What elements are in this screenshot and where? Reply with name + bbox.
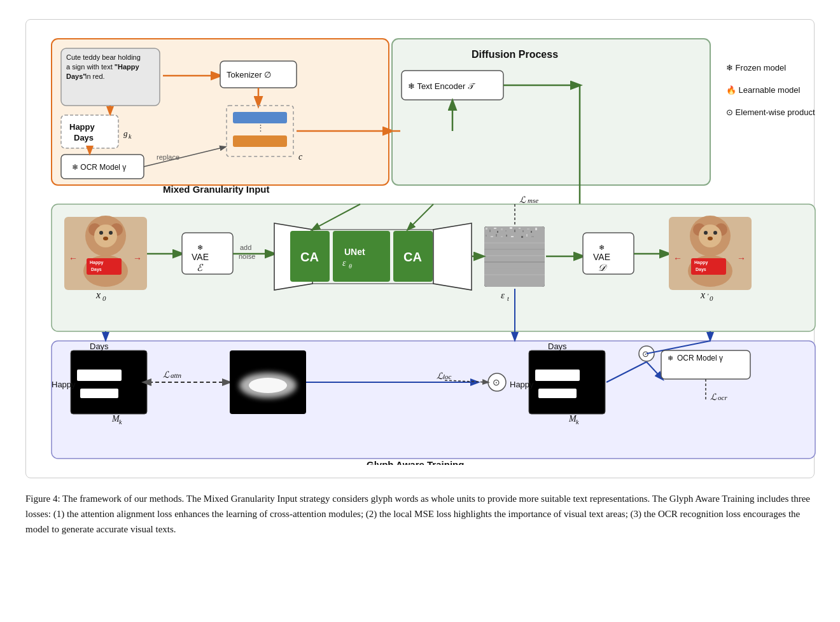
svg-text:ε: ε	[342, 258, 346, 268]
diagram-svg: Mixed Granularity Input Cute teddy bear …	[39, 32, 828, 465]
svg-text:Days: Days	[696, 267, 706, 272]
svg-text:Days: Days	[74, 133, 94, 142]
svg-rect-13	[233, 135, 287, 147]
svg-text:Happy: Happy	[510, 380, 534, 389]
svg-point-45	[109, 231, 113, 235]
svg-text:Cute teddy bear holding: Cute teddy bear holding	[66, 53, 141, 61]
svg-rect-92	[531, 231, 532, 233]
svg-text:ℒ: ℒ	[519, 195, 526, 205]
svg-rect-11	[233, 112, 287, 123]
svg-rect-108	[484, 268, 545, 269]
svg-point-129	[708, 237, 713, 240]
svg-text:Happy: Happy	[69, 122, 95, 132]
svg-text:ocr: ocr	[718, 394, 727, 401]
svg-rect-100	[516, 234, 517, 236]
figure-container: Mixed Granularity Input Cute teddy bear …	[25, 19, 815, 537]
svg-rect-107	[484, 261, 545, 263]
svg-rect-98	[506, 235, 507, 237]
diagram-area: Mixed Granularity Input Cute teddy bear …	[25, 19, 815, 478]
svg-rect-91	[527, 228, 529, 230]
svg-text:Days: Days	[91, 267, 102, 272]
svg-text:CA: CA	[300, 250, 319, 264]
svg-text:⊙ Element-wise product: ⊙ Element-wise product	[726, 107, 815, 117]
svg-rect-164	[535, 370, 580, 381]
svg-rect-84	[497, 231, 498, 233]
svg-text:Happy: Happy	[52, 380, 76, 389]
svg-text:❄ OCR Model γ: ❄ OCR Model γ	[72, 163, 126, 172]
svg-rect-109	[484, 274, 545, 275]
svg-text:🔥 Learnable model: 🔥 Learnable model	[726, 85, 801, 95]
svg-rect-27	[392, 39, 710, 185]
svg-text:t: t	[507, 295, 509, 302]
svg-point-46	[103, 237, 108, 240]
svg-text:Tokenizer ∅: Tokenizer ∅	[227, 70, 271, 79]
svg-text:add: add	[240, 244, 251, 251]
svg-text:k: k	[129, 133, 132, 140]
svg-text:VAE: VAE	[192, 252, 209, 262]
svg-text:Diffusion Process: Diffusion Process	[472, 49, 558, 60]
svg-text:a sign with text "Happy: a sign with text "Happy	[66, 63, 140, 71]
svg-text:CA: CA	[403, 250, 422, 264]
svg-rect-81	[486, 228, 487, 230]
svg-rect-144	[71, 350, 147, 414]
svg-point-127	[704, 231, 708, 235]
svg-rect-163	[529, 350, 605, 414]
svg-rect-146	[80, 389, 118, 398]
svg-marker-64	[433, 223, 472, 290]
svg-rect-83	[494, 228, 496, 229]
svg-text:x: x	[700, 289, 705, 300]
svg-text:Days": Days"	[66, 73, 87, 80]
svg-rect-145	[77, 370, 122, 381]
svg-text:Glyph Aware Training: Glyph Aware Training	[367, 459, 464, 465]
svg-text:⊙: ⊙	[493, 377, 500, 387]
svg-point-43	[94, 225, 117, 247]
svg-text:Days: Days	[90, 342, 109, 351]
svg-rect-99	[511, 236, 514, 237]
svg-rect-80	[484, 226, 545, 287]
svg-rect-88	[514, 230, 515, 232]
svg-rect-89	[519, 228, 521, 229]
svg-text:←: ←	[673, 253, 682, 263]
svg-text:ℒ: ℒ	[163, 370, 170, 380]
svg-text:Happy: Happy	[694, 260, 708, 265]
svg-rect-90	[522, 230, 524, 232]
svg-text:g: g	[123, 128, 128, 138]
svg-rect-94	[486, 235, 487, 237]
svg-rect-101	[521, 236, 523, 238]
svg-rect-105	[484, 249, 545, 250]
svg-text:mse: mse	[528, 197, 538, 204]
svg-rect-103	[531, 236, 534, 237]
svg-rect-86	[505, 230, 507, 232]
svg-text:←: ←	[69, 253, 78, 263]
svg-point-44	[99, 231, 103, 235]
svg-rect-87	[510, 227, 512, 229]
svg-text:loc: loc	[443, 373, 452, 380]
svg-rect-93	[535, 228, 537, 230]
svg-point-156	[249, 378, 287, 393]
svg-rect-97	[501, 236, 503, 237]
svg-text:⋮: ⋮	[256, 123, 265, 132]
svg-text:OCR Model γ: OCR Model γ	[677, 354, 723, 363]
svg-text:in red.: in red.	[85, 73, 105, 80]
svg-text:Days: Days	[548, 342, 567, 351]
svg-rect-96	[496, 234, 497, 237]
svg-text:k: k	[119, 418, 122, 425]
svg-text:❄: ❄	[599, 244, 605, 251]
svg-text:→: →	[737, 253, 746, 263]
svg-text:k: k	[576, 418, 579, 425]
svg-rect-165	[538, 389, 577, 398]
svg-text:c: c	[298, 152, 303, 162]
svg-text:Happy: Happy	[90, 260, 104, 265]
svg-text:→: →	[133, 253, 142, 263]
svg-rect-85	[501, 228, 503, 230]
svg-rect-104	[484, 242, 545, 244]
svg-text:0: 0	[710, 294, 713, 302]
svg-point-126	[699, 225, 722, 247]
svg-rect-102	[526, 234, 528, 237]
svg-text:x: x	[95, 289, 101, 300]
svg-text:❄ Text Encoder 𝒯: ❄ Text Encoder 𝒯	[408, 81, 476, 91]
svg-text:attn: attn	[171, 371, 182, 379]
svg-text:replace: replace	[157, 153, 179, 161]
svg-point-128	[713, 231, 717, 235]
svg-text:ε: ε	[501, 290, 505, 300]
